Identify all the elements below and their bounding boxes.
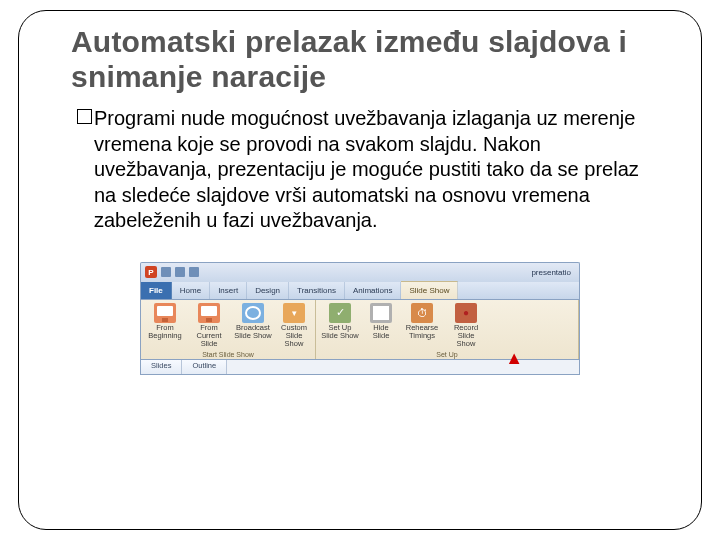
document-title: presentatio: [531, 268, 571, 277]
rehearse-timings-icon: [411, 303, 433, 323]
powerpoint-ribbon-screenshot: P presentatio File Home Insert Design Tr…: [140, 262, 580, 375]
broadcast-label: BroadcastSlide Show: [234, 324, 272, 340]
tab-animations[interactable]: Animations: [345, 282, 402, 299]
group-start-slide-show-label: Start Slide Show: [141, 351, 315, 359]
group-set-up-label: Set Up: [316, 351, 578, 359]
group-set-up: Set UpSlide Show HideSlide RehearseTimin…: [316, 300, 579, 359]
from-beginning-label: FromBeginning: [148, 324, 181, 340]
hide-slide-button[interactable]: HideSlide: [364, 303, 398, 340]
tab-insert[interactable]: Insert: [210, 282, 247, 299]
record-slide-show-icon: [455, 303, 477, 323]
set-up-slide-show-button[interactable]: Set UpSlide Show: [320, 303, 360, 340]
redo-icon[interactable]: [189, 267, 199, 277]
tab-slide-show[interactable]: Slide Show: [401, 281, 458, 299]
quick-access-toolbar: P presentatio: [140, 262, 580, 282]
tab-home[interactable]: Home: [172, 282, 210, 299]
tab-transitions[interactable]: Transitions: [289, 282, 345, 299]
broadcast-icon: [242, 303, 264, 323]
from-current-slide-icon: [198, 303, 220, 323]
tab-slides[interactable]: Slides: [141, 360, 182, 374]
undo-icon[interactable]: [175, 267, 185, 277]
from-beginning-icon: [154, 303, 176, 323]
group-start-slide-show: FromBeginning FromCurrent Slide Broadcas…: [141, 300, 316, 359]
highlight-arrow-icon: ▲: [505, 354, 523, 363]
from-beginning-button[interactable]: FromBeginning: [145, 303, 185, 340]
rehearse-timings-button[interactable]: RehearseTimings: [402, 303, 442, 340]
hide-slide-icon: [370, 303, 392, 323]
save-icon[interactable]: [161, 267, 171, 277]
set-up-icon: [329, 303, 351, 323]
tab-design[interactable]: Design: [247, 282, 289, 299]
ribbon-content: FromBeginning FromCurrent Slide Broadcas…: [140, 300, 580, 360]
from-current-slide-button[interactable]: FromCurrent Slide: [189, 303, 229, 348]
bullet-square-icon: [77, 109, 92, 124]
record-slide-show-label: Record SlideShow: [446, 324, 486, 348]
tab-file[interactable]: File: [141, 282, 172, 299]
custom-slide-show-button[interactable]: CustomSlide Show: [277, 303, 311, 348]
set-up-label: Set UpSlide Show: [321, 324, 359, 340]
hide-slide-label: HideSlide: [373, 324, 390, 340]
ribbon-tabs: File Home Insert Design Transitions Anim…: [140, 282, 580, 300]
slide-frame: Automatski prelazak između slajdova i sn…: [18, 10, 702, 530]
custom-slide-show-icon: [283, 303, 305, 323]
tab-outline[interactable]: Outline: [182, 360, 227, 374]
custom-slide-show-label: CustomSlide Show: [277, 324, 311, 348]
slide-title: Automatski prelazak između slajdova i sn…: [71, 25, 681, 94]
broadcast-slide-show-button[interactable]: BroadcastSlide Show: [233, 303, 273, 340]
from-current-slide-label: FromCurrent Slide: [189, 324, 229, 348]
rehearse-timings-label: RehearseTimings: [406, 324, 439, 340]
record-slide-show-button[interactable]: Record SlideShow: [446, 303, 486, 348]
slide-body: Programi nude mogućnost uvežbavanja izla…: [77, 106, 655, 234]
body-paragraph: Programi nude mogućnost uvežbavanja izla…: [94, 106, 655, 234]
powerpoint-logo-icon: P: [145, 266, 157, 278]
